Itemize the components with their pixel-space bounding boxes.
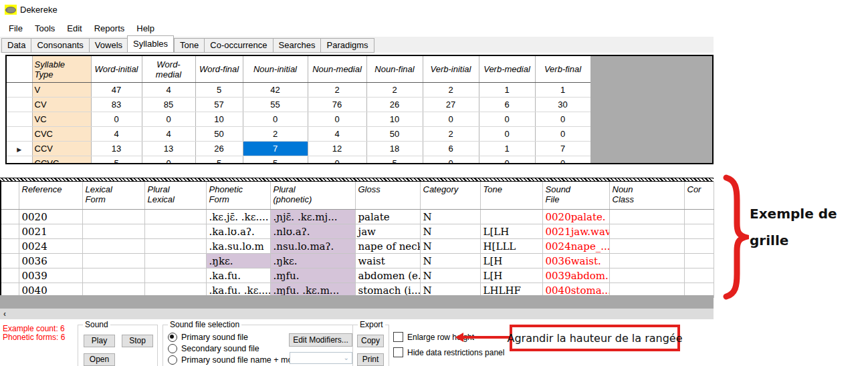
menu-reports[interactable]: Reports	[88, 21, 131, 36]
count-cell[interactable]: 5	[91, 156, 142, 165]
menu-edit[interactable]: Edit	[61, 21, 88, 36]
syllable-type-cell[interactable]: CCV	[32, 142, 91, 156]
count-cell[interactable]: 0	[479, 156, 535, 165]
count-cell[interactable]: 13	[142, 142, 195, 156]
count-cell[interactable]: 2	[423, 83, 479, 98]
grid-cell-reference[interactable]: 0020	[19, 210, 82, 224]
grid-cell-comments[interactable]	[684, 268, 714, 283]
tab-paradigms[interactable]: Paradigms	[320, 38, 374, 53]
grid-cell-gloss[interactable]: waist	[355, 254, 420, 268]
play-button[interactable]: Play	[84, 335, 115, 347]
radio-button-icon[interactable]	[168, 355, 177, 365]
count-cell[interactable]: 1	[535, 83, 590, 98]
radio-button-icon[interactable]	[168, 344, 177, 353]
grid-cell-sound_file[interactable]: 0024nape_...	[542, 239, 609, 254]
grid-cell-sound_file[interactable]: 0036waist.	[542, 254, 609, 268]
row-marker-cell[interactable]: ▶	[7, 142, 32, 156]
grid-cell-sound_file[interactable]: 0020palate.	[542, 210, 609, 224]
count-cell[interactable]: 55	[243, 98, 308, 112]
count-cell[interactable]: 10	[195, 112, 243, 127]
grid-cell-sound_file[interactable]: 0039abdom...	[542, 268, 609, 283]
count-cell[interactable]: 4	[142, 83, 195, 98]
count-cell[interactable]: 18	[366, 142, 423, 156]
grid-cell-noun_class[interactable]	[609, 254, 684, 268]
count-cell[interactable]: 4	[91, 127, 142, 142]
menu-tools[interactable]: Tools	[29, 21, 61, 36]
syllable-type-cell[interactable]: V	[32, 83, 91, 98]
count-cell[interactable]: 30	[535, 98, 590, 112]
count-cell[interactable]: 0	[308, 112, 366, 127]
grid-cell-plural_phonetic[interactable]: .nlʊ.aʔ.	[270, 224, 355, 239]
tab-consonants[interactable]: Consonants	[31, 38, 88, 53]
grid-cell-comments[interactable]	[684, 239, 714, 254]
grid-cell-phonetic_form[interactable]: .kɛ.jɛ̄. .kɛ....	[206, 210, 270, 224]
grid-cell-lexical_form[interactable]	[82, 268, 144, 283]
print-button[interactable]: Print	[357, 353, 384, 366]
tab-data[interactable]: Data	[1, 38, 31, 53]
count-cell[interactable]: 0	[308, 156, 366, 165]
count-cell[interactable]: 0	[535, 156, 590, 165]
count-cell[interactable]: 5	[195, 83, 243, 98]
count-cell[interactable]: 5	[243, 156, 308, 165]
count-cell[interactable]: 85	[142, 98, 195, 112]
grid-cell-category[interactable]: N	[420, 224, 480, 239]
count-cell[interactable]: 42	[243, 83, 308, 98]
grid-cell-reference[interactable]: 0036	[19, 254, 82, 268]
tab-syllables[interactable]: Syllables	[127, 35, 174, 53]
scroll-left-arrow-icon[interactable]: ‹	[3, 309, 6, 319]
count-cell[interactable]: 0	[423, 112, 479, 127]
count-cell[interactable]: 1	[479, 142, 535, 156]
grid-cell-plural_lexical[interactable]	[144, 239, 206, 254]
grid-cell-phonetic_form[interactable]: .ka.fu.	[206, 268, 270, 283]
edit-modifiers-button[interactable]: Edit Modifiers...	[289, 333, 352, 347]
grid-cell-phonetic_form[interactable]: .ka.lʊ.aʔ.	[206, 224, 270, 239]
count-cell[interactable]: 47	[91, 83, 142, 98]
grid-cell-comments[interactable]	[684, 254, 714, 268]
grid-cell-gloss[interactable]: abdomen (e...	[355, 268, 420, 283]
row-marker-cell[interactable]	[7, 127, 32, 142]
grid-cell-noun_class[interactable]	[609, 268, 684, 283]
count-cell[interactable]: 6	[479, 98, 535, 112]
copy-button[interactable]: Copy	[357, 335, 384, 347]
count-cell[interactable]: 1	[479, 83, 535, 98]
count-cell[interactable]: 83	[91, 98, 142, 112]
count-cell[interactable]: 10	[366, 112, 423, 127]
grid-cell-category[interactable]: N	[420, 254, 480, 268]
grid-cell-lexical_form[interactable]	[82, 210, 144, 224]
modifier-combobox[interactable]: ⌄	[290, 352, 352, 364]
menu-help[interactable]: Help	[130, 21, 160, 36]
count-cell[interactable]: 13	[91, 142, 142, 156]
count-cell[interactable]: 0	[91, 112, 142, 127]
count-cell[interactable]: 2	[366, 83, 423, 98]
stop-button[interactable]: Stop	[122, 335, 153, 347]
checkbox-option-hide-data-restrictions-panel[interactable]: Hide data restrictions panel	[393, 347, 504, 357]
count-cell[interactable]: 0	[243, 112, 308, 127]
count-cell[interactable]: 0	[142, 112, 195, 127]
count-cell[interactable]: 0	[535, 112, 590, 127]
count-cell[interactable]: 27	[423, 98, 479, 112]
grid-cell-category[interactable]: N	[420, 268, 480, 283]
syllable-type-cell[interactable]: CV	[32, 98, 91, 112]
count-cell[interactable]: 0	[479, 112, 535, 127]
grid-cell-reference[interactable]: 0021	[19, 224, 82, 239]
radio-button-icon[interactable]	[168, 333, 177, 342]
count-cell[interactable]: 2	[308, 83, 366, 98]
count-cell[interactable]: 57	[195, 98, 243, 112]
count-cell[interactable]: 2	[243, 127, 308, 142]
grid-row-marker-cell[interactable]	[1, 268, 19, 283]
grid-cell-tone[interactable]: H[LLL	[480, 239, 542, 254]
grid-cell-plural_lexical[interactable]	[144, 210, 206, 224]
grid-cell-phonetic_form[interactable]: .ŋkɛ.	[206, 254, 270, 268]
grid-cell-plural_lexical[interactable]	[144, 268, 206, 283]
count-cell[interactable]: 2	[423, 127, 479, 142]
grid-cell-noun_class[interactable]	[609, 239, 684, 254]
count-cell[interactable]: 4	[308, 127, 366, 142]
count-cell[interactable]: 6	[423, 142, 479, 156]
row-marker-cell[interactable]	[7, 83, 32, 98]
tab-co-occurrence[interactable]: Co-occurrence	[204, 38, 272, 53]
grid-cell-gloss[interactable]: palate	[355, 210, 420, 224]
count-cell[interactable]: 0	[535, 127, 590, 142]
checkbox-icon[interactable]	[393, 347, 403, 357]
grid-cell-tone[interactable]: L[LH	[480, 224, 542, 239]
grid-cell-lexical_form[interactable]	[82, 254, 144, 268]
